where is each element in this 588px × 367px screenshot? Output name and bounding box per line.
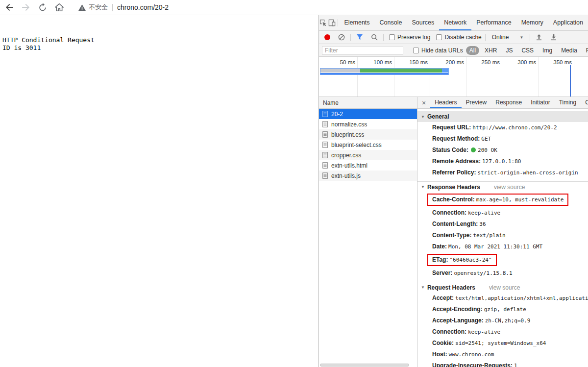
request-row[interactable]: cropper.css — [319, 150, 417, 160]
devtools-tab[interactable]: Sources — [407, 15, 439, 30]
device-toolbar-icon[interactable] — [327, 15, 336, 30]
request-row[interactable]: extn-utils.js — [319, 171, 417, 181]
throttling-dropdown[interactable]: Online ▼ — [492, 34, 524, 41]
preserve-log-label: Preserve log — [397, 34, 430, 41]
filter-pill[interactable]: CSS — [518, 46, 537, 55]
request-row[interactable]: extn-utils.html — [319, 160, 417, 171]
record-icon[interactable] — [324, 34, 330, 40]
preserve-log-checkbox[interactable] — [389, 34, 395, 40]
gridline — [357, 57, 358, 97]
general-section-header[interactable]: ▼ General — [417, 111, 588, 122]
filter-pill[interactable]: Media — [558, 46, 581, 55]
devtools-tabbar: ElementsConsoleSourcesNetworkPerformance… — [319, 15, 588, 31]
search-icon[interactable] — [371, 34, 378, 41]
request-name: 20-2 — [331, 111, 343, 118]
devtools-tab[interactable]: Console — [375, 15, 407, 30]
page-text-line: HTTP Conditional Request — [2, 36, 95, 44]
header-row: Server:openresty/1.15.8.1 — [417, 268, 588, 279]
tick-label: 350 ms — [543, 59, 572, 65]
name-column-header[interactable]: Name — [319, 97, 417, 109]
export-har-icon[interactable] — [550, 34, 557, 41]
response-header-rows: Cache-Control:max-age=10, must-revalidat… — [417, 192, 588, 279]
detail-tab[interactable]: Preview — [462, 97, 491, 108]
address-bar[interactable]: 不安全 chrono.com/20-2 — [78, 3, 169, 12]
header-row: Remote Address:127.0.0.1:80 — [417, 156, 588, 167]
home-icon[interactable] — [55, 3, 64, 12]
request-row[interactable]: blueprint-select.css — [319, 140, 417, 150]
close-icon[interactable]: × — [417, 97, 430, 108]
address-separator — [112, 4, 113, 11]
divider — [350, 34, 351, 41]
header-row: Cache-Control:max-age=10, must-revalidat… — [417, 192, 588, 207]
request-name: blueprint.css — [331, 131, 364, 138]
request-headers-section-header[interactable]: ▼ Request Headers view source — [417, 282, 588, 293]
inspect-element-icon[interactable] — [319, 15, 327, 30]
tick-label: 200 ms — [436, 59, 464, 65]
response-headers-section-header[interactable]: ▼ Response Headers view source — [417, 181, 588, 192]
security-label: 不安全 — [89, 3, 108, 12]
chevron-down-icon: ▼ — [519, 35, 523, 40]
header-row: Accept-Encoding:gzip, deflate — [417, 304, 588, 315]
tick-label: 100 ms — [364, 59, 392, 65]
devtools-tab[interactable]: Memory — [516, 15, 548, 30]
disable-cache-checkbox[interactable] — [436, 34, 442, 40]
filter-pill[interactable]: Font — [583, 46, 588, 55]
request-type-filters: AllXHRJSCSSImgMediaFontDocWS — [465, 46, 588, 55]
header-row: Content-Length:36 — [417, 219, 588, 230]
gridline — [538, 57, 539, 97]
import-har-icon[interactable] — [536, 34, 542, 41]
filter-input[interactable] — [322, 46, 403, 55]
back-icon[interactable] — [5, 3, 14, 12]
disclosure-triangle-icon[interactable]: ▼ — [421, 185, 425, 189]
load-event-line — [570, 65, 571, 97]
gridline — [466, 57, 466, 97]
gridline — [574, 57, 574, 97]
request-row[interactable]: blueprint.css — [319, 129, 417, 140]
request-name: blueprint-select.css — [331, 142, 382, 148]
page-content: HTTP Conditional RequestID is 3011 — [2, 21, 95, 52]
document-icon — [322, 111, 328, 117]
devtools-tab[interactable]: Performance — [471, 15, 516, 30]
request-row[interactable]: 20-2 — [319, 109, 417, 119]
network-toolbar: Preserve log Disable cache Online ▼ — [319, 31, 588, 44]
view-source-link[interactable]: view source — [494, 184, 525, 191]
devtools-tab[interactable]: Application — [548, 15, 588, 30]
filter-pill[interactable]: XHR — [481, 46, 500, 55]
devtools-tab[interactable]: Network — [439, 15, 471, 30]
header-row: Content-Type:text/plain — [417, 230, 588, 241]
not-secure-warning-icon[interactable] — [78, 4, 86, 11]
detail-tab[interactable]: Headers — [430, 97, 461, 108]
gridline — [502, 57, 502, 97]
detail-tab[interactable]: Response — [491, 97, 526, 108]
filter-funnel-icon[interactable] — [356, 34, 363, 41]
request-list-panel: Name 20-2 normalize.cs — [319, 97, 417, 367]
header-row: Referrer Policy:strict-origin-when-cross… — [417, 167, 588, 178]
document-icon — [322, 142, 328, 148]
filter-pill[interactable]: Img — [539, 46, 556, 55]
devtools-tab[interactable]: Elements — [339, 15, 374, 30]
tick-label: 250 ms — [471, 59, 500, 65]
hide-data-urls-checkbox[interactable] — [413, 48, 419, 53]
clear-icon[interactable] — [338, 34, 345, 41]
document-icon — [322, 162, 328, 169]
detail-tab[interactable]: Cookies — [581, 97, 588, 108]
request-header-rows: Accept:text/html,application/xhtml+xml,a… — [417, 293, 588, 367]
filter-pill[interactable]: All — [466, 46, 479, 55]
divider — [383, 34, 384, 41]
reload-icon[interactable] — [38, 3, 47, 12]
horizontal-scrollbar[interactable] — [320, 364, 409, 367]
disclosure-triangle-icon[interactable]: ▼ — [421, 115, 425, 119]
detail-tab[interactable]: Initiator — [526, 97, 554, 108]
request-row[interactable]: normalize.css — [319, 119, 417, 129]
view-source-link[interactable]: view source — [489, 284, 520, 291]
header-row: Accept:text/html,application/xhtml+xml,a… — [417, 293, 588, 304]
filter-pill[interactable]: JS — [502, 46, 516, 55]
header-row: Status Code:200 OK — [417, 145, 588, 156]
url-text[interactable]: chrono.com/20-2 — [117, 3, 169, 11]
header-row: Connection:keep-alive — [417, 326, 588, 338]
forward-icon[interactable] — [22, 3, 30, 12]
detail-tab[interactable]: Timing — [555, 97, 581, 108]
disclosure-triangle-icon[interactable]: ▼ — [421, 285, 425, 290]
header-row: Accept-Language:zh-CN,zh;q=0.9 — [417, 315, 588, 326]
network-overview[interactable]: 50 ms100 ms150 ms200 ms250 ms300 ms350 m… — [319, 57, 588, 97]
